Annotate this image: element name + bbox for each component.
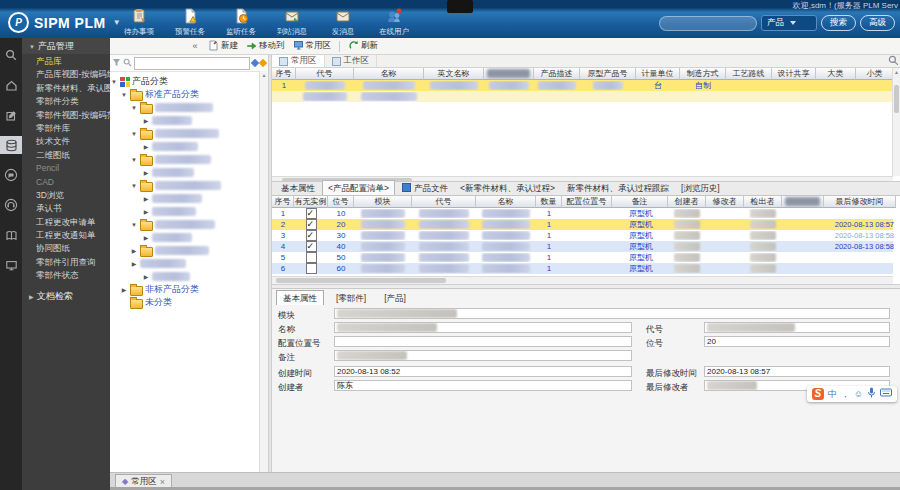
- note-link[interactable]: 原型机: [629, 264, 653, 273]
- expander-open-icon[interactable]: ▼: [120, 92, 128, 98]
- column-header[interactable]: [782, 196, 824, 208]
- sidebar-group-doc-search[interactable]: ▶文档检索: [22, 288, 110, 304]
- pos-field[interactable]: 20: [704, 336, 890, 347]
- note-link[interactable]: 原型机: [629, 253, 653, 262]
- expander-closed-icon[interactable]: ▶: [142, 117, 150, 124]
- scroll-thumb[interactable]: [894, 85, 899, 113]
- monitor-tasks-button[interactable]: 监听任务: [220, 8, 262, 37]
- tree-search-icon[interactable]: [123, 58, 132, 69]
- ime-lang-toggle[interactable]: 中: [828, 388, 837, 400]
- dock-tab-favorites[interactable]: ◆ 常用区 ×: [115, 474, 172, 488]
- column-header[interactable]: 工艺路线: [726, 68, 772, 80]
- sidebar-item[interactable]: Pencil: [22, 162, 110, 175]
- column-header[interactable]: 原型产品号: [580, 68, 636, 80]
- column-header[interactable]: 序号: [272, 68, 296, 80]
- tab-work-area[interactable]: 工作区: [325, 55, 378, 67]
- column-header[interactable]: 数量: [536, 196, 562, 208]
- grid-search-icon[interactable]: [888, 55, 899, 68]
- tree-node-censored[interactable]: ▶: [110, 140, 268, 153]
- modified-time-field[interactable]: 2020-08-13 08:57: [704, 366, 890, 377]
- tree-node-censored[interactable]: ▶: [110, 244, 268, 257]
- column-header[interactable]: [484, 68, 534, 80]
- bom-row[interactable]: 6 60 1 原型机: [272, 263, 893, 274]
- column-header[interactable]: 大类: [816, 68, 856, 80]
- sidebar-item[interactable]: 协同图纸: [22, 242, 110, 255]
- sidebar-item[interactable]: 工程更改通知单: [22, 229, 110, 242]
- column-header[interactable]: 修改者: [706, 196, 744, 208]
- code-field[interactable]: [704, 322, 890, 333]
- bom-grid-hscrollbar[interactable]: [272, 276, 893, 284]
- column-header[interactable]: 名称: [476, 196, 536, 208]
- sidebar-item[interactable]: 产品库: [22, 55, 110, 68]
- tab-product[interactable]: [产品]: [378, 291, 412, 305]
- search-category-select[interactable]: 产品: [761, 15, 817, 31]
- inbox-messages-button[interactable]: 到站消息: [271, 8, 313, 37]
- bom-row[interactable]: 5 50 1 原型机: [272, 252, 893, 263]
- row-checkbox[interactable]: [306, 241, 317, 252]
- note-link[interactable]: 原型机: [629, 242, 653, 251]
- todo-button[interactable]: 待办事项: [118, 8, 160, 37]
- library-module-icon[interactable]: [0, 226, 22, 244]
- column-header[interactable]: 配置位置号: [562, 196, 612, 208]
- config-pos-field[interactable]: [334, 336, 632, 347]
- column-header[interactable]: 计量单位: [636, 68, 680, 80]
- column-header[interactable]: 最后修改时间: [824, 196, 896, 208]
- edit-module-icon[interactable]: [0, 106, 22, 124]
- sidebar-item[interactable]: 技术文件: [22, 135, 110, 148]
- column-header[interactable]: 制造方式: [680, 68, 726, 80]
- tree-node-censored[interactable]: ▶: [110, 205, 268, 218]
- relation-tab[interactable]: <产品配置清单>: [322, 180, 395, 195]
- expander-closed-icon[interactable]: ▶: [142, 169, 150, 176]
- move-to-button[interactable]: 移动到: [246, 40, 285, 53]
- tree-node-standard[interactable]: ▼ 标准产品分类: [110, 88, 268, 101]
- expander-closed-icon[interactable]: ▶: [130, 260, 138, 267]
- column-header[interactable]: 模块: [354, 196, 412, 208]
- column-header[interactable]: 小类: [856, 68, 894, 80]
- search-button[interactable]: 搜索: [821, 15, 856, 31]
- creator-field[interactable]: 陈东: [334, 380, 632, 391]
- column-header[interactable]: 英文名称: [424, 68, 484, 80]
- column-header[interactable]: 代号: [296, 68, 354, 80]
- favorites-area-button[interactable]: 常用区: [293, 40, 332, 53]
- tab-basic-attrs[interactable]: 基本属性: [276, 290, 324, 305]
- sidebar-item[interactable]: 产品库视图-按编码组织: [22, 68, 110, 81]
- expander-closed-icon[interactable]: ▶: [142, 273, 150, 280]
- sidebar-item[interactable]: CAD: [22, 176, 110, 189]
- expander-open-icon[interactable]: ▼: [110, 79, 118, 85]
- expander-closed-icon[interactable]: ▶: [142, 234, 150, 241]
- chat-module-icon[interactable]: [0, 166, 22, 184]
- relation-tab[interactable]: 产品文件: [397, 181, 453, 195]
- tree-node-censored[interactable]: ▶: [110, 231, 268, 244]
- sogou-logo-icon[interactable]: S: [812, 388, 824, 400]
- scroll-up-icon[interactable]: ▲: [260, 71, 268, 79]
- column-header[interactable]: 设计共享: [772, 68, 816, 80]
- bom-row[interactable]: 4 40 1 原型机 2020-08-13 08:58: [272, 241, 893, 252]
- new-button[interactable]: 新建: [208, 40, 238, 53]
- search-input[interactable]: [659, 16, 757, 31]
- row-checkbox[interactable]: [306, 219, 317, 230]
- send-message-button[interactable]: 发消息: [322, 8, 364, 37]
- product-grid-vscrollbar[interactable]: ▲: [892, 68, 900, 176]
- tab-part[interactable]: [零部件]: [330, 291, 372, 305]
- sidebar-item[interactable]: 零部件视图-按编码范围: [22, 109, 110, 122]
- tree-node-nonstandard[interactable]: ▶ 非标产品分类: [110, 283, 268, 296]
- tree-node-censored[interactable]: ▼: [110, 179, 268, 192]
- filter-icon[interactable]: [112, 58, 121, 69]
- note-link[interactable]: 原型机: [629, 209, 653, 218]
- ime-emoji-icon[interactable]: ☺: [854, 388, 863, 400]
- tree-node-censored[interactable]: ▼: [110, 101, 268, 114]
- expander-closed-icon[interactable]: ▶: [142, 143, 150, 150]
- expander-open-icon[interactable]: ▼: [130, 222, 138, 228]
- column-header[interactable]: 检出者: [744, 196, 782, 208]
- column-header[interactable]: 名称: [354, 68, 424, 80]
- online-users-button[interactable]: 在线用户: [373, 8, 415, 37]
- sidebar-item[interactable]: 新零件材料、承认图纸-标准: [22, 82, 110, 95]
- search-module-icon[interactable]: [0, 46, 22, 64]
- expander-open-icon[interactable]: ▼: [130, 131, 138, 137]
- scroll-thumb[interactable]: [276, 278, 446, 283]
- expander-closed-icon[interactable]: ▶: [142, 208, 150, 215]
- collapse-panel-button[interactable]: «: [190, 41, 200, 51]
- column-header[interactable]: 序号: [272, 196, 294, 208]
- expander-closed-icon[interactable]: ▶: [130, 247, 138, 254]
- column-header[interactable]: 备注: [612, 196, 668, 208]
